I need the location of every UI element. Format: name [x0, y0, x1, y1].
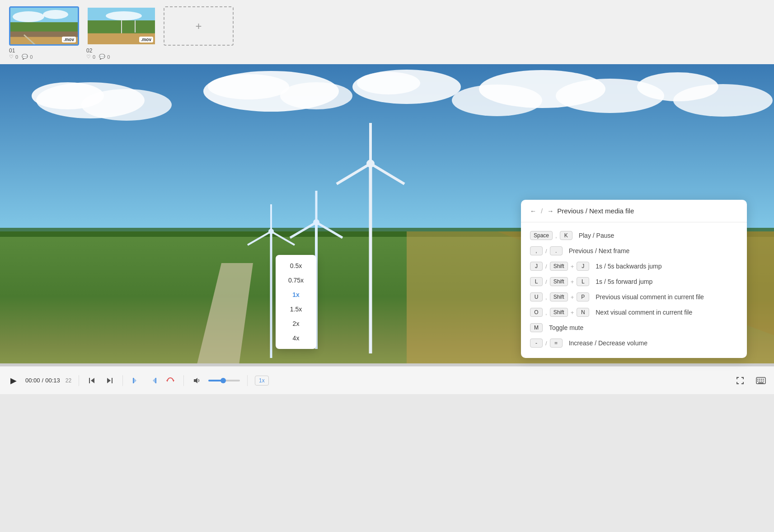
svg-point-20: [280, 82, 352, 109]
keyboard-shortcuts-button[interactable]: [755, 375, 767, 386]
svg-point-37: [268, 229, 274, 234]
svg-rect-52: [133, 378, 134, 383]
shortcut-volume-desc: Increase / Decrease volume: [569, 339, 647, 347]
filmstrip-label-2: 02: [86, 47, 92, 54]
trim-start-button[interactable]: [130, 375, 142, 386]
shortcut-mute-desc: Toggle mute: [549, 324, 583, 331]
svg-rect-60: [757, 379, 759, 380]
svg-marker-49: [91, 378, 94, 383]
heart-icon-1: ♡: [9, 54, 14, 60]
svg-point-8: [106, 11, 142, 20]
header-slash: /: [541, 207, 543, 215]
key-o: O: [530, 308, 543, 317]
comments-count-2: 0: [107, 54, 110, 60]
shortcut-play-pause: Space , K Play / Pause: [530, 228, 738, 243]
key-equals: =: [550, 339, 563, 348]
key-k: K: [560, 231, 572, 240]
speed-option-0.75x[interactable]: 0.75x: [276, 273, 316, 287]
shortcut-prev-comment-desc: Previous visual comment in current file: [596, 293, 704, 301]
trim-end-button[interactable]: [147, 375, 159, 386]
add-file-button[interactable]: +: [164, 6, 234, 46]
key-shift: Shift: [550, 262, 568, 271]
filmstrip: .mov 01 ♡ 0 💬 0: [0, 0, 774, 64]
prev-file-button[interactable]: [86, 375, 98, 386]
shortcut-mute: M Toggle mute: [530, 320, 738, 335]
svg-rect-48: [89, 378, 90, 383]
left-arrow-icon: ←: [530, 207, 536, 215]
time-group: 00:00 / 00:13: [25, 377, 60, 384]
key-l: L: [530, 277, 543, 286]
play-icon: ▶: [10, 376, 17, 386]
key-u: U: [530, 292, 543, 301]
thumb-badge-2: .mov: [139, 37, 153, 42]
shortcut-prev-comment: U , Shift + P Previous visual comment in…: [530, 289, 738, 305]
filmstrip-label-1: 01: [9, 47, 15, 54]
play-button[interactable]: ▶: [7, 374, 20, 387]
shortcut-frame-desc: Previous / Next frame: [569, 247, 630, 254]
svg-rect-54: [155, 378, 156, 383]
speed-option-2x[interactable]: 2x: [276, 316, 316, 331]
svg-rect-4: [10, 32, 78, 37]
shortcut-play-desc: Play / Pause: [579, 232, 615, 239]
speed-option-1.5x[interactable]: 1.5x: [276, 302, 316, 316]
sep11: /: [545, 340, 547, 347]
divider-2: [122, 375, 123, 386]
svg-point-1: [13, 11, 44, 22]
shortcut-volume: - / = Increase / Decrease volume: [530, 335, 738, 351]
svg-rect-61: [759, 379, 760, 380]
controls-bar: ▶ 00:00 / 00:13 22: [0, 366, 774, 394]
key-m: M: [530, 323, 543, 332]
speed-option-1x[interactable]: 1x: [276, 287, 316, 302]
filmstrip-meta-2: ♡ 0 💬 0: [86, 54, 110, 60]
sep3: /: [545, 263, 547, 270]
svg-marker-57: [166, 379, 168, 382]
divider-4: [247, 375, 248, 386]
speed-popup: 0.5x 0.75x 1x 1.5x 2x 4x: [276, 255, 316, 349]
speed-option-4x[interactable]: 4x: [276, 331, 316, 345]
shortcut-back-desc: 1s / 5s backwards jump: [596, 263, 661, 270]
svg-point-27: [673, 84, 773, 117]
volume-button[interactable]: [191, 375, 203, 386]
shortcuts-header-desc: Previous / Next media file: [557, 207, 634, 215]
key-shift2: Shift: [550, 277, 568, 286]
filmstrip-thumb-2[interactable]: .mov: [86, 6, 156, 46]
frame-group: 22: [66, 377, 71, 384]
shortcut-next-comment-desc: Next visual comment in current file: [596, 309, 692, 316]
svg-point-17: [81, 89, 172, 121]
svg-point-2: [43, 10, 68, 19]
time-total: 00:13: [45, 377, 60, 384]
sep6: +: [571, 278, 574, 285]
svg-marker-56: [173, 379, 174, 382]
filmstrip-item-2[interactable]: .mov 02 ♡ 0 💬 0: [86, 6, 156, 60]
filmstrip-item-1[interactable]: .mov 01 ♡ 0 💬 0: [9, 6, 79, 60]
time-current: 00:00: [25, 377, 40, 384]
shortcut-fwd-desc: 1s / 5s forward jump: [596, 278, 652, 285]
svg-point-22: [357, 72, 420, 94]
sep7: ,: [545, 294, 547, 301]
key-space: Space: [530, 231, 553, 240]
filmstrip-thumb-1[interactable]: .mov: [9, 6, 79, 46]
key-n: N: [577, 308, 589, 317]
sep10: +: [571, 309, 574, 316]
plus-icon: +: [195, 20, 202, 33]
divider-1: [79, 375, 79, 386]
next-file-button[interactable]: [103, 375, 115, 386]
loop-button[interactable]: [164, 375, 176, 386]
frame-number: 22: [66, 377, 71, 384]
speed-option-0.5x[interactable]: 0.5x: [276, 259, 316, 273]
shortcuts-popup: ← / → Previous / Next media file Space ,…: [521, 200, 747, 358]
key-shift3: Shift: [550, 292, 568, 301]
video-player: 0.5x 0.75x 1x 1.5x 2x 4x ← / → Previous …: [0, 64, 774, 394]
key-comma: ,: [530, 246, 543, 255]
time-sep: /: [42, 377, 44, 384]
filmstrip-number-1: 01: [9, 47, 15, 54]
svg-rect-62: [761, 379, 762, 380]
key-minus: -: [530, 339, 543, 348]
sep5: /: [545, 278, 547, 285]
sep8: +: [571, 294, 574, 301]
volume-slider[interactable]: [208, 380, 240, 381]
fullscreen-button[interactable]: [734, 375, 746, 386]
volume-slider-wrap: [208, 380, 240, 381]
filmstrip-meta-1: ♡ 0 💬 0: [9, 54, 33, 60]
speed-button[interactable]: 1x: [255, 376, 269, 386]
